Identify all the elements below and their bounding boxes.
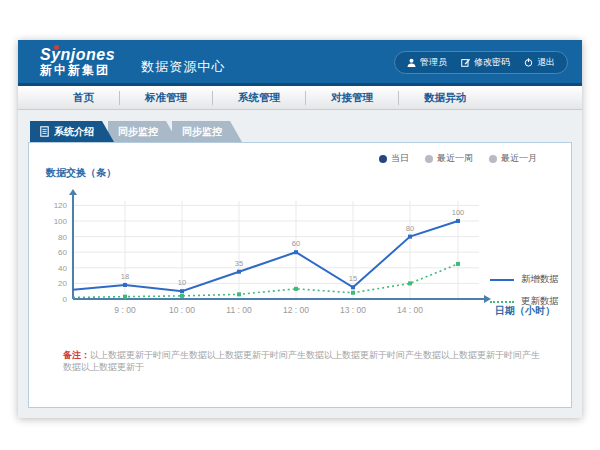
chart-panel: 当日 最近一周 最近一月 数据交换（条） 0204060801001209 : … [28, 142, 572, 408]
radio-dot-icon [489, 155, 497, 163]
svg-text:40: 40 [58, 264, 67, 273]
footnote: 备注：以上数据更新于时间产生数据以上数据更新于时间产生数据以上数据更新于时间产生… [63, 350, 543, 373]
document-icon [40, 126, 49, 137]
period-label: 最近一月 [501, 152, 537, 165]
svg-text:20: 20 [58, 279, 67, 288]
edit-icon [461, 58, 470, 67]
power-icon [524, 58, 533, 67]
svg-text:80: 80 [58, 233, 67, 242]
brand-logo: Synjones 新中新集团 [40, 47, 115, 76]
svg-text:12 : 00: 12 : 00 [283, 305, 309, 315]
svg-text:10 : 00: 10 : 00 [169, 305, 195, 315]
svg-text:100: 100 [54, 217, 68, 226]
footnote-label: 备注： [63, 350, 90, 360]
logout-button[interactable]: 退出 [524, 56, 555, 69]
solid-line-icon [490, 279, 514, 281]
svg-text:35: 35 [235, 259, 243, 268]
svg-text:14 : 00: 14 : 00 [397, 305, 423, 315]
logo-accent-dot [54, 45, 59, 50]
user-icon [407, 58, 416, 67]
period-option-today[interactable]: 当日 [379, 152, 409, 165]
period-option-last-month[interactable]: 最近一月 [489, 152, 537, 165]
radio-dot-icon [425, 155, 433, 163]
svg-text:100: 100 [452, 208, 465, 217]
content-area: 系统介绍 同步监控 同步监控 当日 最近一周 [18, 110, 582, 415]
svg-text:11 : 00: 11 : 00 [226, 305, 252, 315]
main-nav: 首页 标准管理 系统管理 对接管理 数据异动 [18, 86, 582, 110]
nav-item-standard-mgmt[interactable]: 标准管理 [119, 91, 212, 105]
dotted-line-icon [490, 301, 514, 303]
svg-text:60: 60 [292, 239, 300, 248]
tab-label: 同步监控 [118, 125, 158, 139]
legend-label: 更新数据 [521, 295, 559, 308]
nav-item-interface-mgmt[interactable]: 对接管理 [305, 91, 398, 105]
logo-subtext: 新中新集团 [40, 64, 115, 77]
legend-label: 新增数据 [521, 273, 559, 286]
svg-text:80: 80 [406, 224, 414, 233]
tab-bar: 系统介绍 同步监控 同步监控 [30, 121, 572, 142]
change-password-button[interactable]: 修改密码 [461, 56, 510, 69]
svg-text:13 : 00: 13 : 00 [340, 305, 366, 315]
series-legend: 新增数据 更新数据 [490, 273, 559, 308]
svg-text:0: 0 [63, 295, 68, 304]
svg-text:120: 120 [54, 201, 68, 210]
tab-sync-monitor-1[interactable]: 同步监控 [108, 121, 178, 142]
user-actions-bar: 管理员 修改密码 退出 [394, 51, 568, 74]
period-label: 当日 [391, 152, 409, 165]
svg-text:60: 60 [58, 248, 67, 257]
chart-canvas: 0204060801001209 : 0010 : 0011 : 0012 : … [33, 181, 571, 341]
logo-text: Synjones [40, 47, 115, 64]
period-radio-group: 当日 最近一周 最近一月 [379, 152, 537, 165]
line-chart: 0204060801001209 : 0010 : 0011 : 0012 : … [33, 181, 571, 341]
tab-sync-monitor-2[interactable]: 同步监控 [172, 121, 242, 142]
change-password-label: 修改密码 [474, 56, 510, 69]
tab-label: 系统介绍 [54, 125, 94, 139]
app-header: Synjones 新中新集团 数据资源中心 管理员 修改密码 退出 [18, 40, 582, 86]
period-label: 最近一周 [437, 152, 473, 165]
nav-item-home[interactable]: 首页 [48, 91, 119, 105]
nav-item-system-mgmt[interactable]: 系统管理 [212, 91, 305, 105]
period-option-last-week[interactable]: 最近一周 [425, 152, 473, 165]
svg-text:18: 18 [121, 272, 129, 281]
radio-dot-icon [379, 155, 387, 163]
legend-item-new-data[interactable]: 新增数据 [490, 273, 559, 286]
nav-item-data-change[interactable]: 数据异动 [398, 91, 491, 105]
svg-text:15: 15 [349, 274, 357, 283]
tab-label: 同步监控 [182, 125, 222, 139]
svg-text:10: 10 [178, 278, 186, 287]
user-label: 管理员 [420, 56, 447, 69]
svg-text:9 : 00: 9 : 00 [114, 305, 136, 315]
page-title: 数据资源中心 [141, 58, 225, 76]
user-button[interactable]: 管理员 [407, 56, 447, 69]
app-window: Synjones 新中新集团 数据资源中心 管理员 修改密码 退出 首页 标准管… [18, 40, 582, 418]
legend-item-updated-data[interactable]: 更新数据 [490, 295, 559, 308]
tab-system-intro[interactable]: 系统介绍 [30, 121, 114, 142]
footnote-text: 以上数据更新于时间产生数据以上数据更新于时间产生数据以上数据更新于时间产生数据以… [63, 350, 540, 372]
y-axis-title: 数据交换（条） [46, 166, 116, 180]
logout-label: 退出 [537, 56, 555, 69]
